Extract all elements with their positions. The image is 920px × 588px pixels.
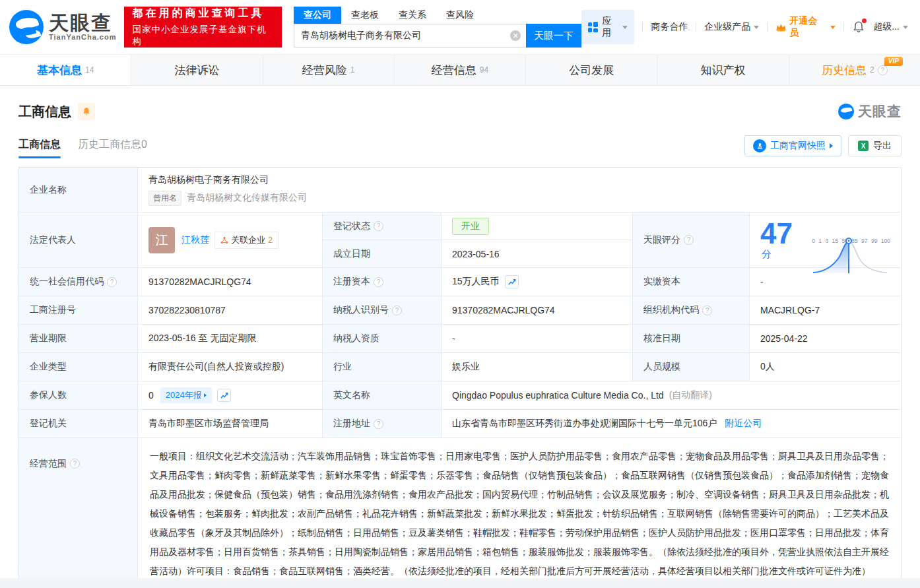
help-icon[interactable]: ? — [374, 419, 383, 429]
chevron-down-icon — [903, 26, 908, 29]
notification-bell[interactable] — [852, 20, 865, 34]
org-code-cell: MACJRLQG-7 — [750, 296, 901, 325]
help-icon[interactable]: ? — [70, 459, 80, 469]
english-name-cell: Qingdao Populus euphratica Culture Media… — [442, 381, 901, 410]
search-tab-boss[interactable]: 查老板 — [341, 7, 389, 24]
field-label: 统一社会信用代码? — [19, 268, 138, 296]
trend-chart-icon[interactable] — [217, 389, 231, 402]
nav-cooperation[interactable]: 商务合作 — [651, 21, 688, 33]
field-label: 登记状态? — [323, 212, 442, 240]
est-date-cell: 2023-05-16 — [442, 240, 633, 268]
help-icon[interactable]: ? — [107, 277, 117, 287]
field-label: 工商注册号 — [19, 296, 138, 325]
top-header: 天眼查 TianYanCha.com 都在用的商业查询工具 国家中小企业发展子基… — [0, 0, 920, 54]
related-companies-badge[interactable]: 关联企业2 — [214, 232, 279, 249]
apps-menu[interactable]: 应用 — [581, 10, 634, 44]
nearby-companies-link[interactable]: 附近公司 — [725, 418, 762, 430]
taxpayer-quality-cell: - — [442, 325, 633, 353]
section-title: 工商信息 — [18, 103, 71, 121]
help-icon[interactable]: ? — [878, 65, 888, 75]
legal-rep-link[interactable]: 江秋莲 — [181, 234, 209, 246]
staff-size-cell: 0人 — [750, 353, 901, 381]
former-name: 青岛胡杨树文化传媒有限公司 — [187, 192, 307, 204]
field-label: 参保人数 — [19, 381, 138, 410]
help-icon[interactable]: ? — [684, 235, 694, 245]
field-label: 经营范围? — [19, 438, 138, 588]
subtab-history-registration[interactable]: 历史工商信息0 — [78, 138, 147, 158]
industry-cell: 娱乐业 — [442, 353, 633, 381]
search-tab-company[interactable]: 查公司 — [294, 7, 341, 24]
help-icon[interactable]: ? — [702, 306, 712, 315]
tab-company-development[interactable]: 公司发展 — [526, 55, 657, 85]
field-label: 企业类型 — [19, 353, 138, 381]
clear-search-icon[interactable]: ✕ — [510, 30, 521, 41]
page-footer-strip — [0, 578, 920, 588]
subtab-business-registration[interactable]: 工商信息 — [18, 138, 61, 158]
tab-legal-proceedings[interactable]: 法律诉讼 — [131, 55, 263, 85]
bell-icon — [82, 107, 91, 116]
export-button[interactable]: 导出 — [848, 135, 902, 156]
tab-business-info[interactable]: 经营信息94 — [395, 55, 526, 85]
help-icon[interactable]: ? — [374, 221, 383, 231]
field-label: 组织机构代码? — [633, 296, 750, 325]
business-scope-cell: 一般项目：组织文化艺术交流活动；汽车装饰用品销售；珠宝首饰零售；日用家电零售；医… — [138, 438, 901, 588]
search-input[interactable] — [294, 24, 526, 48]
slogan-line2: 国家中小企业发展子基金旗下机构 — [132, 24, 274, 48]
official-snapshot-button[interactable]: 工商官网快照 — [744, 135, 841, 156]
search-tab-risk[interactable]: 查风险 — [436, 7, 484, 24]
field-label: 英文名称 — [323, 381, 442, 410]
tab-basic-info[interactable]: 基本信息14 — [0, 55, 131, 85]
logo-title: 天眼查 — [49, 13, 116, 33]
company-type-cell: 有限责任公司(自然人投资或控股) — [138, 353, 323, 381]
search-tab-relation[interactable]: 查关系 — [389, 7, 436, 24]
annual-report-badge[interactable]: 2024年报 — [160, 387, 212, 403]
tab-operation-risk[interactable]: 经营风险1 — [263, 55, 395, 85]
arrow-right-icon — [204, 393, 207, 397]
avatar[interactable]: 江 — [148, 227, 175, 253]
business-term-cell: 2023-05-16 至 无固定期限 — [138, 325, 323, 353]
score-value: 47 — [760, 217, 793, 249]
nav-enterprise[interactable]: 企业级产品 — [704, 21, 759, 33]
search-button[interactable]: 天眼一下 — [526, 24, 581, 48]
former-name-badge: 曾用名 — [148, 191, 181, 206]
field-label: 登记机关 — [19, 410, 138, 438]
field-label: 行业 — [323, 353, 442, 381]
trend-chart-icon[interactable] — [505, 275, 519, 288]
nav-super-vip[interactable]: 超级... — [873, 21, 908, 33]
taxpayer-id-cell: 91370282MACJRLQG74 — [442, 296, 633, 325]
registration-authority-cell: 青岛市即墨区市场监督管理局 — [138, 410, 323, 438]
status-badge: 开业 — [452, 218, 489, 235]
network-icon — [220, 236, 228, 244]
divider — [767, 22, 768, 32]
reg-number-cell: 370282230810787 — [138, 296, 323, 325]
tianyancha-logo[interactable]: 天眼查 TianYanCha.com — [9, 10, 116, 44]
tab-intellectual-property[interactable]: 知识产权 — [657, 55, 789, 85]
help-icon[interactable]: ? — [374, 277, 383, 287]
search-box: 查公司 查老板 查关系 查风险 ✕ 天眼一下 — [294, 7, 581, 48]
stamp-icon — [753, 139, 766, 152]
tab-history-info[interactable]: VIP 历史信息2 ? — [789, 55, 920, 85]
field-label: 注册资本? — [323, 268, 442, 296]
divider — [642, 22, 643, 32]
credit-code-cell: 91370282MACJRLQG74 — [138, 268, 323, 296]
chevron-down-icon — [754, 26, 759, 29]
field-label: 核准日期 — [633, 325, 750, 353]
company-name-cell: 青岛胡杨树电子商务有限公司 曾用名 青岛胡杨树文化传媒有限公司 — [138, 168, 901, 212]
field-label: 人员规模 — [633, 353, 750, 381]
field-label: 天眼评分? — [633, 212, 750, 268]
nav-open-vip[interactable]: 开通会员 — [775, 15, 836, 39]
chevron-down-icon — [622, 26, 628, 29]
notification-dot — [862, 18, 867, 23]
approval-date-cell: 2025-04-22 — [750, 325, 901, 353]
field-label: 企业名称 — [19, 168, 138, 212]
field-label: 纳税人资质 — [323, 325, 442, 353]
field-label: 成立日期 — [323, 240, 442, 268]
field-label: 法定代表人 — [19, 212, 138, 268]
subscribe-bell-button[interactable] — [78, 103, 95, 120]
apps-label: 应用 — [602, 15, 619, 39]
field-label: 纳税人识别号? — [323, 296, 442, 325]
help-icon[interactable]: ? — [392, 306, 402, 315]
slogan-line1: 都在用的商业查询工具 — [132, 7, 274, 20]
legal-rep-cell: 江 江秋莲 关联企业2 — [138, 212, 323, 268]
tianyan-score-cell[interactable]: 47分 — [750, 212, 901, 268]
